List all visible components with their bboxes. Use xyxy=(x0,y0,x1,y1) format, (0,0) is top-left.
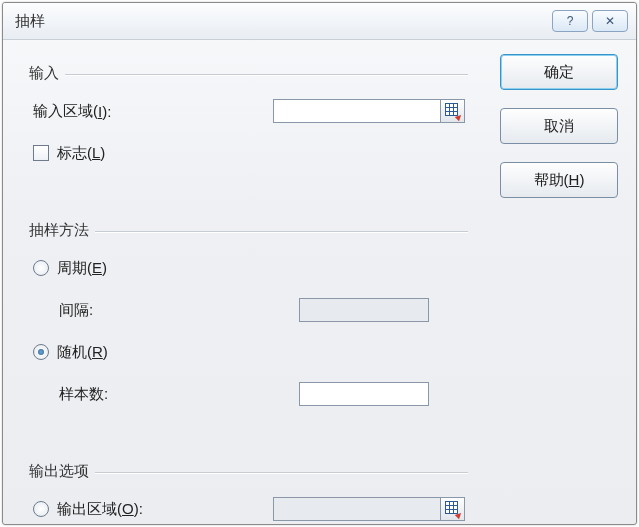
input-group-header: 输入 xyxy=(29,64,65,83)
periodic-radio-row[interactable]: 周期(E) xyxy=(33,259,273,278)
help-button[interactable]: ? xyxy=(552,10,588,32)
random-radio-row[interactable]: 随机(R) xyxy=(33,343,273,362)
input-range-picker-button[interactable] xyxy=(441,99,465,123)
output-range-radio[interactable] xyxy=(33,501,49,517)
ok-button[interactable]: 确定 xyxy=(500,54,618,90)
range-picker-icon xyxy=(445,501,461,517)
divider xyxy=(95,472,468,474)
cancel-button-label: 取消 xyxy=(544,117,574,136)
output-range-picker-button[interactable] xyxy=(441,497,465,521)
labels-checkbox-row[interactable]: 标志(L) xyxy=(33,144,273,163)
labels-checkbox[interactable] xyxy=(33,145,49,161)
random-radio[interactable] xyxy=(33,344,49,360)
sampling-dialog: 抽样 ? ✕ 输入 输入区域(I): xyxy=(2,2,637,525)
output-group: 输出选项 输出区域(O): xyxy=(21,452,480,527)
help-action-button-label: 帮助(H) xyxy=(534,171,585,190)
dialog-title: 抽样 xyxy=(15,12,548,31)
method-group-header: 抽样方法 xyxy=(29,221,95,240)
input-range-field[interactable] xyxy=(273,99,441,123)
range-picker-icon xyxy=(445,103,461,119)
help-action-button[interactable]: 帮助(H) xyxy=(500,162,618,198)
input-range-label: 输入区域(I): xyxy=(33,102,273,121)
titlebar: 抽样 ? ✕ xyxy=(3,3,636,40)
divider xyxy=(95,231,468,233)
divider xyxy=(65,74,468,76)
random-radio-label: 随机(R) xyxy=(57,343,108,362)
output-range-radio-row[interactable]: 输出区域(O): xyxy=(33,500,273,519)
cancel-button[interactable]: 取消 xyxy=(500,108,618,144)
output-range-radio-label: 输出区域(O): xyxy=(57,500,143,519)
labels-checkbox-label: 标志(L) xyxy=(57,144,105,163)
periodic-radio-label: 周期(E) xyxy=(57,259,107,278)
samples-field[interactable] xyxy=(299,382,429,406)
interval-label: 间隔: xyxy=(33,301,299,320)
output-group-header: 输出选项 xyxy=(29,462,95,481)
ok-button-label: 确定 xyxy=(544,63,574,82)
output-range-field xyxy=(273,497,441,521)
method-group: 抽样方法 周期(E) 间隔: xyxy=(21,211,480,434)
samples-label: 样本数: xyxy=(33,385,299,404)
input-group: 输入 输入区域(I): xyxy=(21,54,480,193)
periodic-radio[interactable] xyxy=(33,260,49,276)
close-button[interactable]: ✕ xyxy=(592,10,628,32)
interval-field xyxy=(299,298,429,322)
